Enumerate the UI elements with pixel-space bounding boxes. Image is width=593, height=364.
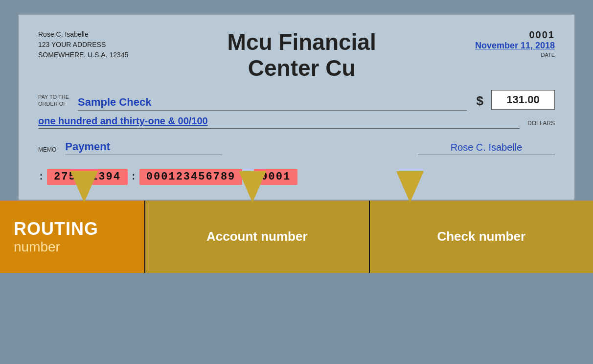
memo-label: MEMO bbox=[38, 146, 56, 153]
routing-label-bottom: number bbox=[14, 239, 60, 255]
check-date-value: November 11, 2018 bbox=[475, 41, 555, 51]
amount-words: one hundred and thirty-one & 00/100 bbox=[38, 115, 520, 129]
bank-name: Mcu Financial Center Cu bbox=[128, 29, 475, 81]
dollar-sign: $ bbox=[477, 93, 483, 109]
signature: Rose C. Isabelle bbox=[418, 142, 555, 155]
pay-to-label: PAY TO THEORDER OF bbox=[38, 93, 69, 108]
pay-to-row: PAY TO THEORDER OF Sample Check $ 131.00 bbox=[38, 90, 555, 111]
memo-value: Payment bbox=[65, 140, 222, 155]
pay-to-name: Sample Check bbox=[78, 96, 467, 111]
check-top-right: 0001 November 11, 2018 DATE bbox=[475, 29, 555, 58]
check-arrow bbox=[396, 171, 424, 203]
check-date-label: DATE bbox=[475, 52, 555, 58]
memo-row: MEMO Payment Rose C. Isabelle bbox=[38, 140, 555, 155]
address-name: Rose C. Isabelle bbox=[38, 29, 128, 40]
check-number-display: 0001 bbox=[475, 29, 555, 41]
micr-close-symbol: : bbox=[131, 171, 137, 182]
routing-label-top: ROUTING bbox=[14, 219, 98, 239]
amount-box: 131.00 bbox=[491, 90, 555, 110]
check-address: Rose C. Isabelle 123 YOUR ADDRESS SOMEWH… bbox=[38, 29, 128, 60]
bottom-bar: ROUTING number Account number Check numb… bbox=[0, 201, 593, 273]
address-line1: 123 YOUR ADDRESS bbox=[38, 40, 128, 50]
account-number: 000123456789 bbox=[139, 169, 242, 185]
account-label: Account number bbox=[144, 201, 369, 273]
micr-row: : 275981394 : 000123456789 = 0001 bbox=[38, 169, 555, 185]
address-line2: SOMEWHERE. U.S.A. 12345 bbox=[38, 50, 128, 60]
routing-label: ROUTING number bbox=[0, 201, 144, 273]
dollars-label: DOLLARS bbox=[527, 120, 555, 127]
amount-words-row: one hundred and thirty-one & 00/100 DOLL… bbox=[38, 115, 555, 129]
check-top-row: Rose C. Isabelle 123 YOUR ADDRESS SOMEWH… bbox=[38, 29, 555, 81]
micr-open-symbol: : bbox=[38, 171, 44, 182]
check-number-label: Check number bbox=[369, 201, 593, 273]
check: Rose C. Isabelle 123 YOUR ADDRESS SOMEWH… bbox=[18, 14, 575, 201]
routing-arrow bbox=[70, 171, 98, 203]
account-arrow bbox=[239, 171, 266, 203]
